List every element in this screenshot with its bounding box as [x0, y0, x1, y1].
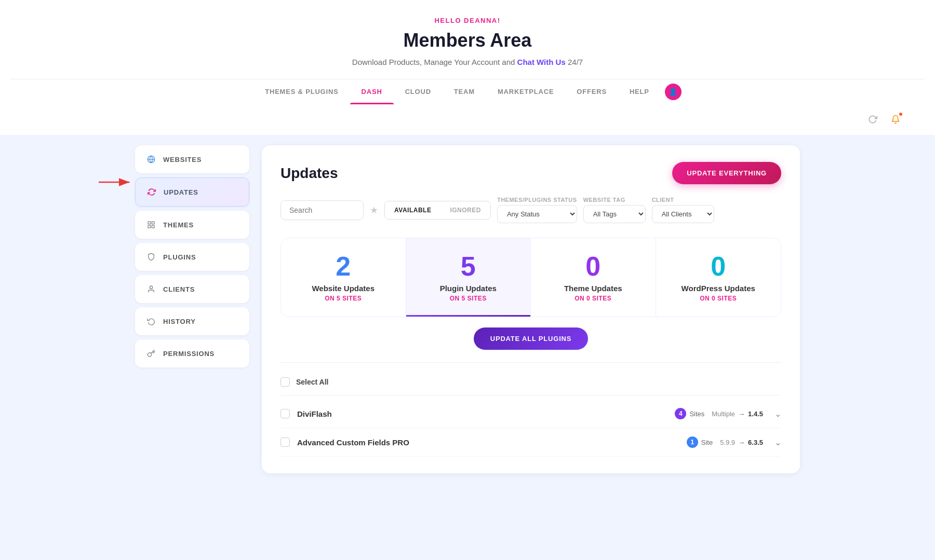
sidebar-item-websites[interactable]: WEBSITES: [135, 145, 249, 173]
wordpress-updates-label: WordPress Updates: [666, 284, 771, 293]
star-button[interactable]: ★: [370, 204, 378, 216]
acf-version-to: 6.3.5: [748, 439, 763, 446]
diviflash-count: 4: [675, 408, 686, 419]
diviflash-name: DiviFlash: [297, 409, 667, 418]
nav-marketplace[interactable]: MARKETPLACE: [486, 79, 565, 104]
sidebar-item-themes[interactable]: THEMES: [135, 211, 249, 239]
sidebar-item-plugins[interactable]: PLUGINS: [135, 243, 249, 271]
stat-plugin-updates: 5 Plugin Updates ON 5 SITES: [406, 238, 531, 317]
header: HELLO DEANNA! Members Area Download Prod…: [0, 0, 935, 104]
theme-updates-label: Theme Updates: [541, 284, 645, 293]
update-everything-button[interactable]: UPDATE EVERYTHING: [672, 162, 781, 184]
plugin-row-diviflash: DiviFlash 4 Sites Multiple → 1.4.5 ⌄: [280, 400, 781, 428]
filters-row: ★ AVAILABLE IGNORED THEMES/PLUGINS STATU…: [280, 197, 781, 223]
main-layout: WEBSITES UPDATES THEMES PLUGINS CLIENTS: [104, 135, 831, 484]
bell-icon[interactable]: [887, 111, 904, 128]
page-title: Members Area: [10, 30, 925, 51]
content-title: Updates: [280, 165, 338, 182]
website-updates-sublabel: ON 5 SITES: [291, 295, 395, 302]
filter-tabs: AVAILABLE IGNORED: [384, 201, 491, 220]
sidebar-item-updates[interactable]: UPDATES: [135, 177, 249, 207]
themes-plugins-label: THEMES/PLUGINS STATUS: [497, 197, 577, 203]
arrow-indicator: [99, 174, 135, 190]
acf-count: 1: [687, 436, 698, 448]
themes-icon: [145, 219, 157, 230]
acf-sites: 1 Site: [687, 436, 713, 448]
filter-tab-ignored[interactable]: IGNORED: [440, 201, 490, 219]
diviflash-sites-label: Sites: [689, 410, 704, 418]
website-updates-number: 2: [291, 253, 395, 280]
svg-rect-4: [148, 222, 151, 224]
theme-updates-number: 0: [541, 253, 645, 280]
svg-rect-5: [152, 222, 154, 224]
client-select[interactable]: All Clients: [652, 205, 714, 223]
update-plugins-section: UPDATE ALL PLUGINS: [280, 317, 781, 363]
select-all-label: Select All: [296, 378, 329, 386]
stat-wordpress-updates: 0 WordPress Updates ON 0 SITES: [656, 238, 781, 317]
stats-row: 2 Website Updates ON 5 SITES 5 Plugin Up…: [280, 238, 781, 317]
globe-icon: [145, 154, 157, 165]
svg-rect-6: [152, 225, 154, 228]
search-input[interactable]: [280, 200, 364, 220]
themes-plugins-select[interactable]: Any Status Up to Date Needs Update: [497, 205, 577, 223]
updates-icon: [146, 186, 157, 198]
client-label: CLIENT: [652, 197, 714, 203]
refresh-icon[interactable]: [864, 111, 881, 128]
nav-dash[interactable]: DASH: [350, 79, 394, 104]
content-header: Updates UPDATE EVERYTHING: [280, 162, 781, 184]
wordpress-updates-sublabel: ON 0 SITES: [666, 295, 771, 302]
user-avatar-icon[interactable]: 👤: [665, 84, 682, 100]
select-all-checkbox[interactable]: [280, 377, 290, 387]
sidebar-label-websites: WEBSITES: [163, 156, 202, 163]
chat-link[interactable]: Chat With Us: [517, 58, 566, 66]
nav-cloud[interactable]: CLOUD: [394, 79, 443, 104]
select-all-row: Select All: [280, 373, 781, 395]
diviflash-arrow: →: [738, 410, 745, 418]
nav-offers[interactable]: OFFERS: [565, 79, 618, 104]
bell-notification-badge: [899, 112, 903, 116]
subtitle-suffix: 24/7: [568, 58, 583, 66]
svg-point-8: [150, 286, 152, 289]
plugin-updates-label: Plugin Updates: [417, 284, 520, 293]
client-filter: CLIENT All Clients: [652, 197, 714, 223]
nav-team[interactable]: TEAM: [443, 79, 486, 104]
diviflash-expand-button[interactable]: ⌄: [774, 409, 781, 419]
history-icon: [145, 316, 157, 327]
clients-icon: [145, 283, 157, 295]
sidebar-label-themes: THEMES: [163, 221, 194, 229]
sidebar-item-permissions[interactable]: PERMISSIONS: [135, 339, 249, 367]
update-all-plugins-button[interactable]: UPDATE ALL PLUGINS: [474, 327, 588, 350]
acf-version: 5.9.9 → 6.3.5: [720, 439, 763, 446]
sidebar-label-clients: CLIENTS: [163, 285, 195, 293]
sidebar-label-plugins: PLUGINS: [163, 253, 196, 261]
plugin-updates-sublabel: ON 5 SITES: [417, 295, 520, 302]
acf-checkbox[interactable]: [280, 438, 290, 447]
theme-updates-sublabel: ON 0 SITES: [541, 295, 645, 302]
sidebar-item-clients[interactable]: CLIENTS: [135, 275, 249, 303]
permissions-icon: [145, 348, 157, 359]
acf-arrow: →: [738, 439, 745, 446]
wordpress-updates-number: 0: [666, 253, 771, 280]
plugins-icon: [145, 251, 157, 263]
diviflash-checkbox[interactable]: [280, 409, 290, 418]
website-tag-select[interactable]: All Tags: [583, 205, 646, 223]
hello-text: HELLO DEANNA!: [10, 17, 925, 24]
sidebar-label-permissions: PERMISSIONS: [163, 350, 215, 358]
acf-name: Advanced Custom Fields PRO: [297, 438, 679, 447]
diviflash-version-from: Multiple: [712, 410, 735, 418]
stat-theme-updates: 0 Theme Updates ON 0 SITES: [531, 238, 656, 317]
website-tag-label: WEBSITE TAG: [583, 197, 646, 203]
nav-themes-plugins[interactable]: THEMES & PLUGINS: [253, 79, 350, 104]
content-area: Updates UPDATE EVERYTHING ★ AVAILABLE IG…: [262, 145, 800, 473]
themes-plugins-filter: THEMES/PLUGINS STATUS Any Status Up to D…: [497, 197, 577, 223]
acf-expand-button[interactable]: ⌄: [774, 438, 781, 447]
sidebar-item-history[interactable]: HISTORY: [135, 307, 249, 335]
subtitle-text: Download Products, Manage Your Account a…: [352, 58, 515, 66]
website-updates-label: Website Updates: [291, 284, 395, 293]
website-tag-filter: WEBSITE TAG All Tags: [583, 197, 646, 223]
nav-help[interactable]: HELP: [618, 79, 661, 104]
filter-tab-available[interactable]: AVAILABLE: [385, 201, 440, 219]
toolbar-row: [0, 104, 935, 135]
sidebar-label-history: HISTORY: [163, 318, 196, 325]
svg-rect-7: [148, 225, 151, 228]
